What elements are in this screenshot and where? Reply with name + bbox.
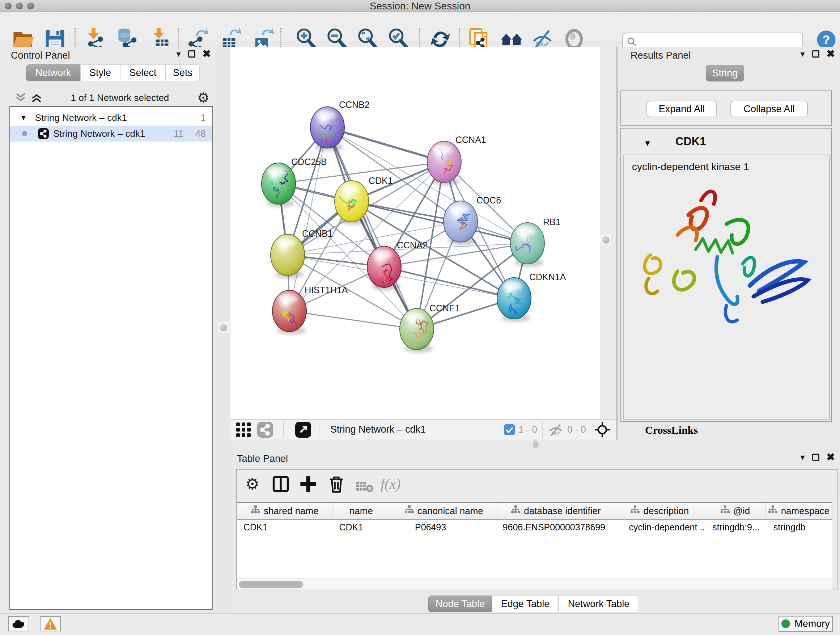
table-horizontal-scrollbar[interactable]: [237, 579, 832, 589]
cloud-icon: [11, 618, 26, 629]
splitter-handle[interactable]: [533, 440, 538, 448]
minimize-window-button[interactable]: [16, 3, 23, 10]
panel-menu-icon[interactable]: ▾: [176, 50, 180, 57]
search-input[interactable]: [640, 34, 799, 49]
tab-style[interactable]: Style: [80, 65, 120, 81]
float-panel-icon[interactable]: [188, 50, 195, 57]
crosslinks-title: CrossLinks: [645, 424, 698, 436]
column-header-label: canonical name: [417, 505, 483, 516]
cloud-button[interactable]: [8, 616, 29, 631]
table-cell-database-identifier[interactable]: 9606.ENSP00000378699: [498, 522, 615, 532]
tab-select[interactable]: Select: [120, 65, 166, 81]
close-window-button[interactable]: [5, 3, 11, 10]
column-header--id[interactable]: @id: [705, 503, 765, 519]
tab-network[interactable]: Network: [26, 65, 80, 81]
node-label-CCNA1: CCNA1: [455, 135, 486, 145]
network-edge-HIST1H1A-CCNE1[interactable]: [289, 311, 417, 329]
close-panel-icon[interactable]: ✖: [827, 453, 835, 461]
table-tabs: Node Table Edge Table Network Table: [428, 595, 639, 612]
column-header-canonical-name[interactable]: canonical name: [390, 503, 497, 519]
node-label-CDKN1A: CDKN1A: [529, 272, 566, 282]
network-canvas[interactable]: CCNB2CCNA1CDC25BCDK1CDC6RB1CCNB1CCNA2CDK…: [231, 47, 600, 419]
table-cell-description[interactable]: cyclin-dependent ...: [614, 522, 705, 532]
shared-column-icon: [630, 505, 639, 516]
close-panel-icon[interactable]: ✖: [202, 50, 211, 58]
show-columns-icon[interactable]: [271, 475, 290, 494]
table-settings-gear-icon[interactable]: ⚙: [245, 475, 264, 494]
zoom-window-button[interactable]: [27, 3, 34, 10]
network-collection-label: String Network – cdk1: [35, 112, 127, 124]
shared-column-icon: [768, 505, 777, 516]
create-column-plus-icon[interactable]: [299, 475, 317, 494]
table-header-row: shared namenamecanonical namedatabase id…: [237, 503, 832, 519]
network-list-toolbar: 1 of 1 Network selected ⚙: [9, 90, 213, 105]
table-cell-namespace[interactable]: stringdb: [766, 522, 832, 532]
gene-name: CDK1: [676, 135, 706, 148]
collapse-triangle-icon[interactable]: ▼: [644, 139, 652, 148]
splitter-handle[interactable]: [218, 322, 229, 333]
control-panel: Control Panel ▾ ✖ Network Style Select S…: [3, 47, 217, 612]
network-edge-CDK1-RB1[interactable]: [352, 201, 527, 243]
network-row[interactable]: String Network – cdk1 11 48: [10, 126, 212, 141]
tab-string[interactable]: String: [706, 65, 744, 81]
column-header-name[interactable]: name: [332, 503, 391, 519]
network-label: String Network – cdk1: [53, 128, 145, 139]
network-edge-CCNB2-HIST1H1A[interactable]: [289, 127, 327, 311]
svg-text:?: ?: [822, 33, 830, 47]
network-collection-row[interactable]: ▼ String Network – cdk1 1: [10, 110, 212, 126]
tab-network-table[interactable]: Network Table: [559, 595, 639, 612]
node-label-RB1: RB1: [543, 217, 561, 227]
gear-icon[interactable]: ⚙: [197, 90, 210, 106]
column-header-description[interactable]: description: [614, 503, 705, 519]
memory-button[interactable]: Memory: [778, 616, 833, 632]
expand-all-button[interactable]: Expand All: [646, 101, 717, 117]
network-edge-CCNB2-CCNA1[interactable]: [327, 127, 444, 162]
table-cell-shared-name[interactable]: CDK1: [237, 522, 332, 532]
network-edge-CCNB2-CCNE1[interactable]: [327, 127, 417, 329]
tab-edge-table[interactable]: Edge Table: [492, 595, 559, 612]
fit-crosshair-icon[interactable]: [594, 421, 611, 438]
vertical-splitter-right[interactable]: [600, 47, 616, 419]
panel-menu-icon[interactable]: ▾: [800, 454, 805, 461]
table-container: ⚙ f(x) shared namenamecanonical namedata…: [236, 469, 837, 589]
column-header-namespace[interactable]: namespace: [766, 503, 832, 519]
tab-node-table[interactable]: Node Table: [428, 595, 492, 612]
selected-checkbox-icon[interactable]: [504, 424, 515, 435]
warnings-button[interactable]: [40, 616, 61, 631]
column-header-shared-name[interactable]: shared name: [237, 503, 332, 519]
network-state-dot: [22, 131, 27, 136]
column-header-database-identifier[interactable]: database identifier: [497, 503, 614, 519]
share-view-icon[interactable]: [257, 422, 273, 438]
control-panel-title: Control Panel: [11, 50, 70, 61]
splitter-handle[interactable]: [600, 234, 611, 245]
collapse-all-icon[interactable]: [14, 92, 27, 103]
edge-count: 48: [195, 128, 206, 139]
expand-all-icon[interactable]: [30, 92, 43, 103]
collection-count: 1: [201, 112, 206, 124]
node-label-CCNA2: CCNA2: [397, 240, 428, 250]
collapse-triangle-icon[interactable]: ▼: [20, 114, 27, 122]
selected-count: 1 - 0: [518, 424, 537, 435]
table-cell-name[interactable]: CDK1: [332, 522, 390, 532]
results-actions-box: Expand All Collapse All: [621, 90, 832, 126]
table-cell--id[interactable]: stringdb:9...: [705, 522, 765, 532]
detach-view-icon[interactable]: [295, 422, 311, 438]
float-panel-icon[interactable]: [812, 454, 819, 461]
float-panel-icon[interactable]: [812, 50, 819, 57]
close-panel-icon[interactable]: ✖: [827, 50, 835, 58]
tab-sets[interactable]: Sets: [166, 65, 200, 81]
hidden-eye-slash-icon: [548, 423, 564, 437]
vertical-splitter-left[interactable]: [217, 47, 231, 612]
delete-column-trash-icon[interactable]: [327, 475, 346, 494]
collapse-all-button[interactable]: Collapse All: [730, 101, 808, 117]
table-cell-canonical-name[interactable]: P06493: [390, 522, 498, 532]
grid-view-icon[interactable]: [235, 422, 251, 438]
node-table[interactable]: shared namenamecanonical namedatabase id…: [237, 502, 832, 578]
panel-menu-icon[interactable]: ▾: [800, 50, 805, 57]
table-row[interactable]: CDK1CDK1P064939606.ENSP00000378699cyclin…: [237, 519, 832, 535]
results-panel-title: Results Panel: [630, 50, 691, 61]
scrollbar-thumb[interactable]: [239, 581, 303, 588]
delete-table-icon: [355, 478, 374, 496]
horizontal-splitter[interactable]: [231, 440, 840, 450]
hidden-count: 0 - 0: [567, 424, 586, 435]
